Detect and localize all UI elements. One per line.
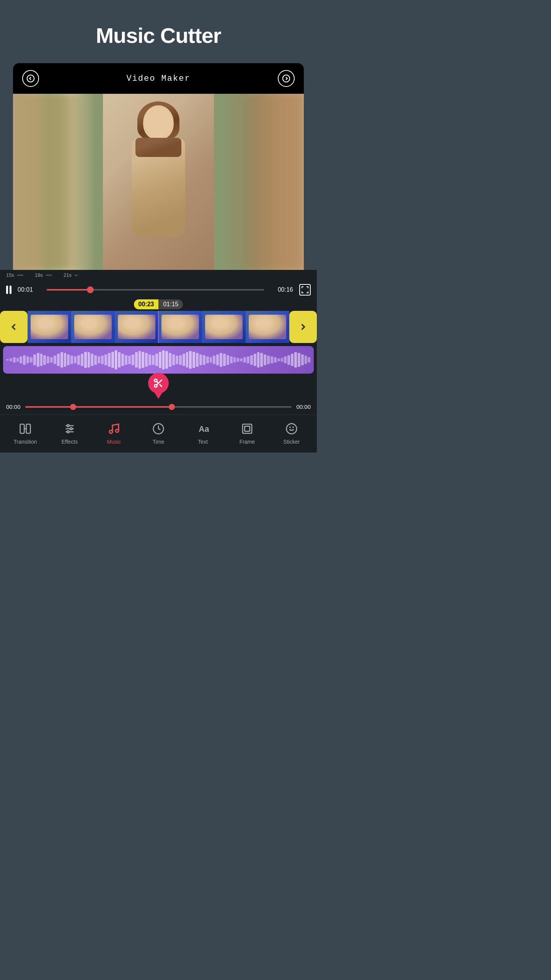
- waveform-bar-86: [298, 353, 300, 367]
- waveform-bar-1: [10, 358, 12, 361]
- waveform-bar-89: [308, 357, 310, 363]
- waveform-bar-69: [240, 358, 243, 361]
- waveform-bar-87: [301, 354, 304, 366]
- waveform-bar-10: [40, 354, 43, 366]
- progress-track[interactable]: [47, 289, 264, 291]
- frame-5: [202, 311, 246, 343]
- waveform-bar-47: [165, 351, 168, 369]
- svg-point-14: [70, 428, 72, 430]
- marker-21s: 21s: [64, 272, 72, 278]
- music-track-fill: [25, 406, 172, 408]
- waveform-bar-43: [152, 355, 155, 365]
- waveform-bar-16: [60, 352, 63, 367]
- waveform-bar-50: [176, 356, 178, 364]
- frame-4: [158, 311, 202, 343]
- pause-bar-left: [6, 286, 8, 294]
- waveform-bar-40: [142, 352, 144, 368]
- toolbar-item-sticker[interactable]: Sticker: [276, 421, 307, 445]
- waveform-bar-2: [13, 357, 16, 363]
- waveform-bar-41: [145, 353, 148, 367]
- woman-head: [143, 105, 174, 140]
- waveform-bar-46: [162, 350, 165, 369]
- progress-thumb[interactable]: [87, 286, 94, 293]
- waveform-bar-56: [196, 353, 199, 367]
- time-icon: [151, 421, 166, 436]
- frame-label: Frame: [240, 439, 255, 445]
- filmstrip-next-button[interactable]: [289, 311, 317, 343]
- right-blur: [223, 94, 304, 270]
- forward-button[interactable]: [278, 70, 295, 87]
- music-waveform-track[interactable]: [3, 346, 314, 374]
- waveform-bar-57: [199, 354, 202, 366]
- toolbar-item-frame[interactable]: Frame: [232, 421, 262, 445]
- waveform-bar-38: [135, 352, 138, 367]
- toolbar-item-transition[interactable]: Transition: [10, 421, 41, 445]
- time-start-display: 00:01: [18, 286, 41, 293]
- waveform-bar-73: [254, 354, 256, 366]
- waveform-bar-45: [159, 352, 161, 368]
- svg-line-6: [156, 381, 158, 383]
- svg-point-13: [67, 425, 69, 426]
- toolbar-items: Transition Effects: [0, 421, 317, 445]
- scissor-icon: [148, 373, 169, 394]
- waveform-bar-85: [294, 352, 297, 367]
- waveform-bar-59: [206, 356, 209, 363]
- waveform-bar-6: [26, 356, 29, 363]
- waveform-bar-67: [233, 357, 236, 363]
- timeline-area: 15s 18s 21s 00:01 00:16: [0, 270, 317, 452]
- svg-rect-7: [20, 424, 24, 433]
- waveform-bar-55: [192, 352, 195, 368]
- toolbar-item-text[interactable]: Aa Text: [187, 421, 218, 445]
- waveform-bar-5: [23, 355, 26, 365]
- back-button[interactable]: [22, 70, 39, 87]
- frame-icon: [240, 421, 255, 436]
- waveform-bar-71: [247, 356, 249, 363]
- tooltip-total-time: 01:15: [158, 299, 183, 309]
- waveform-bar-42: [148, 354, 151, 366]
- toolbar-item-music[interactable]: Music: [99, 421, 129, 445]
- svg-point-15: [67, 431, 69, 433]
- bottom-toolbar: Transition Effects: [0, 415, 317, 452]
- dot8: [51, 274, 52, 276]
- filmstrip-cursor: [158, 311, 159, 343]
- progress-fill: [47, 289, 90, 291]
- video-header: Video Maker: [13, 63, 304, 94]
- waveform-bar-51: [179, 355, 182, 365]
- filmstrip-frames: [28, 311, 289, 343]
- waveform-bar-7: [30, 357, 33, 363]
- music-thumb-start[interactable]: [70, 404, 76, 410]
- toolbar-item-time[interactable]: Time: [143, 421, 174, 445]
- filmstrip-prev-button[interactable]: [0, 311, 28, 343]
- waveform-bar-39: [139, 351, 141, 369]
- time-label: Time: [153, 439, 165, 445]
- svg-rect-20: [243, 424, 252, 433]
- pause-button[interactable]: [6, 286, 11, 294]
- waveform-bar-4: [20, 356, 22, 363]
- music-track-bar[interactable]: [25, 406, 292, 408]
- time-tooltip: 00:23 01:15: [0, 299, 317, 309]
- waveform-bar-82: [284, 356, 287, 363]
- waveform-bar-48: [169, 353, 171, 367]
- waveform-bar-49: [172, 354, 175, 366]
- toolbar-item-effects[interactable]: Effects: [54, 421, 85, 445]
- video-title: Video Maker: [126, 74, 190, 83]
- waveform-bar-52: [183, 354, 185, 366]
- woman-hair: [137, 101, 179, 140]
- svg-line-5: [160, 384, 162, 387]
- effects-icon: [62, 421, 77, 436]
- waveform-bar-8: [33, 354, 36, 366]
- scissor-pin[interactable]: [148, 373, 169, 394]
- music-thumb-end[interactable]: [169, 404, 175, 410]
- waveform-bar-27: [98, 356, 100, 363]
- svg-point-0: [27, 75, 34, 82]
- music-time-start: 00:00: [6, 403, 21, 410]
- waveform-bar-88: [305, 356, 307, 364]
- waveform-bar-12: [47, 356, 49, 363]
- waveform-bar-33: [118, 352, 121, 367]
- fullscreen-button[interactable]: [299, 284, 311, 296]
- time-end-display: 00:16: [270, 286, 293, 293]
- transition-label: Transition: [14, 439, 37, 445]
- frame-1: [28, 311, 71, 343]
- waveform-bar-84: [291, 354, 293, 366]
- waveform-bar-18: [67, 354, 70, 366]
